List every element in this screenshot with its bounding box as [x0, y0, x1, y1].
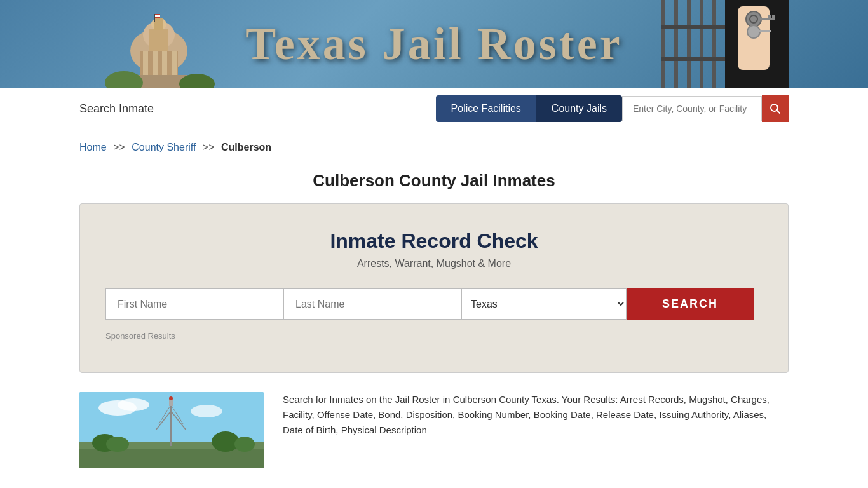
county-jails-button[interactable]: County Jails	[536, 95, 622, 122]
site-title: Texas Jail Roster	[245, 18, 622, 71]
nav-right: Police Facilities County Jails	[436, 95, 789, 122]
breadcrumb-sep1: >>	[113, 142, 125, 152]
record-check-title: Inmate Record Check	[105, 229, 763, 253]
page-title: Culberson County Jail Inmates	[0, 171, 868, 191]
facility-search-input[interactable]	[622, 96, 762, 121]
svg-rect-26	[674, 0, 678, 88]
search-form-row: AlabamaAlaskaArizonaArkansasCaliforniaCo…	[105, 288, 763, 320]
bottom-description: Search for Inmates on the Jail Roster in…	[283, 392, 789, 438]
first-name-input[interactable]	[105, 288, 283, 320]
svg-point-37	[191, 405, 222, 417]
svg-rect-21	[768, 15, 771, 18]
svg-point-50	[169, 396, 173, 400]
facility-search-button[interactable]	[762, 95, 789, 122]
breadcrumb-current: Culberson	[221, 142, 271, 152]
bottom-section: Search for Inmates on the Jail Roster in…	[79, 392, 789, 468]
police-facilities-button[interactable]: Police Facilities	[436, 95, 536, 122]
svg-rect-30	[661, 25, 725, 29]
svg-rect-5	[154, 18, 163, 30]
search-icon	[770, 103, 781, 114]
svg-rect-39	[79, 449, 264, 468]
page-title-area: Culberson County Jail Inmates	[0, 165, 868, 203]
svg-rect-13	[155, 15, 160, 17]
svg-point-36	[118, 398, 149, 411]
svg-rect-11	[154, 14, 155, 22]
svg-rect-8	[162, 51, 167, 76]
svg-point-14	[105, 71, 143, 88]
record-check-subtitle: Arrests, Warrant, Mugshot & More	[105, 258, 763, 269]
svg-rect-9	[172, 51, 177, 76]
breadcrumb-home[interactable]: Home	[79, 142, 107, 152]
svg-rect-6	[143, 51, 148, 76]
last-name-input[interactable]	[283, 288, 461, 320]
svg-point-41	[106, 437, 129, 452]
breadcrumb-sep2: >>	[203, 142, 215, 152]
state-select[interactable]: AlabamaAlaskaArizonaArkansasCaliforniaCo…	[461, 288, 627, 320]
svg-rect-27	[687, 0, 691, 88]
svg-rect-31	[661, 57, 725, 61]
record-check-box: Inmate Record Check Arrests, Warrant, Mu…	[79, 203, 789, 373]
svg-rect-3	[149, 29, 168, 51]
svg-rect-22	[772, 15, 775, 20]
nav-bar: Search Inmate Police Facilities County J…	[0, 88, 868, 130]
svg-rect-44	[170, 405, 172, 446]
svg-rect-24	[758, 30, 771, 32]
svg-rect-29	[712, 0, 716, 88]
inmate-search-button[interactable]: SEARCH	[627, 288, 754, 320]
search-inmate-label: Search Inmate	[79, 102, 154, 116]
keys-image	[661, 0, 789, 88]
svg-rect-7	[153, 51, 158, 76]
location-image	[79, 392, 264, 468]
header-banner: Texas Jail Roster	[0, 0, 868, 88]
svg-rect-25	[661, 0, 665, 88]
breadcrumb-county-sheriff[interactable]: County Sheriff	[132, 142, 196, 152]
svg-line-33	[777, 111, 780, 114]
sponsored-label: Sponsored Results	[105, 331, 763, 341]
capitol-image	[79, 0, 238, 88]
svg-rect-28	[700, 0, 703, 88]
breadcrumb: Home >> County Sheriff >> Culberson	[0, 130, 868, 165]
svg-point-43	[234, 437, 255, 452]
